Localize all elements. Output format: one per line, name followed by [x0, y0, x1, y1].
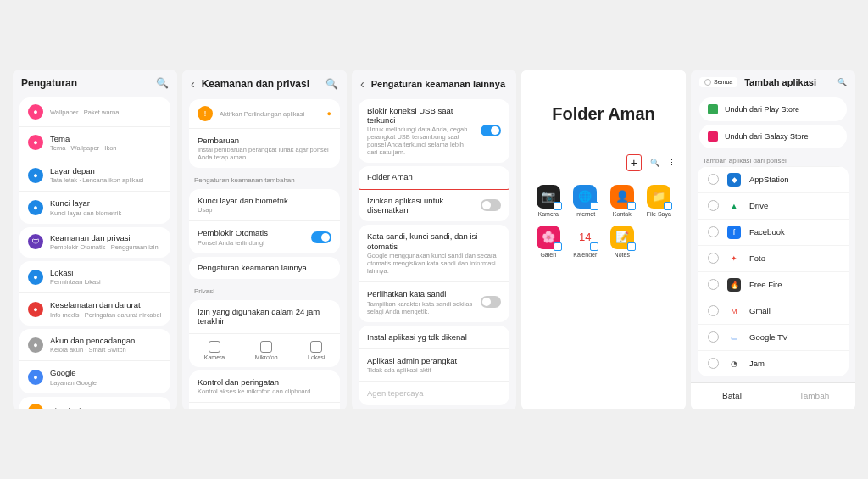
app-icon: ▲	[727, 199, 741, 213]
app-icon: ▭	[727, 331, 741, 344]
app-kamera[interactable]: 📷Kamera	[531, 185, 565, 217]
header: ‹ Keamanan dan privasi 🔍	[182, 70, 347, 96]
radio[interactable]	[708, 279, 719, 290]
account-icon: ●	[28, 337, 43, 353]
advanced-icon: ●	[28, 404, 43, 409]
section-label: Privasi	[182, 282, 347, 297]
radio[interactable]	[708, 358, 719, 369]
add-button[interactable]: Tambah	[773, 383, 855, 409]
row-permissions[interactable]: Izin yang digunakan dalam 24 jam terakhi…	[189, 300, 340, 333]
screen-secure-folder: Folder Aman + 🔍 ⋮ 📷Kamera🌐Internet👤Konta…	[521, 70, 686, 409]
app-icon: M	[727, 304, 741, 318]
list-row[interactable]: ●Fitur lanjutan	[19, 397, 170, 409]
app-list-item[interactable]: ◔Jam	[698, 350, 849, 376]
list-row[interactable]: ●Akun dan pencadanganKelola akun · Smart…	[19, 329, 170, 360]
radio[interactable]	[708, 200, 719, 211]
download-button[interactable]: Unduh dari Galaxy Store	[699, 125, 847, 148]
app-icon: ✦	[727, 252, 741, 265]
list-row[interactable]: Agen tepercaya	[359, 381, 509, 404]
list-row[interactable]: Kata sandi, kunci sandi, dan isi otomati…	[359, 225, 509, 281]
app-galeri[interactable]: 🌸Galeri	[531, 226, 565, 258]
page-title: Pengaturan	[21, 77, 149, 89]
list-row[interactable]: Instal aplikasi yg tdk dikenal	[359, 326, 509, 348]
cancel-button[interactable]: Batal	[691, 383, 773, 409]
screen-add-apps: Semua Tambah aplikasi 🔍 Unduh dari Play …	[691, 70, 855, 409]
radio[interactable]	[708, 226, 719, 237]
download-button[interactable]: Unduh dari Play Store	[699, 97, 847, 121]
app-list-item[interactable]: MGmail	[698, 298, 849, 324]
back-icon[interactable]: ‹	[360, 77, 364, 91]
add-icon[interactable]: +	[626, 154, 642, 171]
search-icon[interactable]: 🔍	[837, 78, 847, 86]
app-list-item[interactable]: ◆AppStation	[698, 166, 849, 192]
list-row[interactable]: Aplikasi admin perangkatTidak ada aplika…	[359, 348, 509, 381]
filter-all[interactable]: Semua	[699, 77, 737, 87]
app-list-item[interactable]: ✦Foto	[698, 245, 849, 271]
list-row[interactable]: Kunci layar dan biometrikUsap	[189, 189, 340, 220]
list-row[interactable]: Perlihatkan kata sandiTampilkan karakter…	[359, 281, 509, 321]
toggle[interactable]	[481, 199, 501, 211]
app-list-item[interactable]: fFacebook	[698, 219, 849, 245]
list-row[interactable]: Pemblokir OtomatisPonsel Anda terlindung…	[189, 220, 340, 253]
app-icon: f	[727, 226, 741, 239]
radio[interactable]	[708, 174, 719, 185]
row-app-protection[interactable]: ! Aktifkan Perlindungan aplikasi ●	[189, 99, 340, 128]
row-usb-block[interactable]: Blokir koneksi USB saat terkunciUntuk me…	[359, 99, 509, 164]
toggle[interactable]	[481, 296, 501, 308]
app-list-item[interactable]: ▭Google TV	[698, 324, 849, 350]
app-icon: 🌸	[537, 226, 560, 249]
list-row[interactable]: Kontrol dan peringatanKontrol akses ke m…	[189, 370, 340, 402]
quick-mikrofon[interactable]: Mikrofon	[255, 341, 278, 360]
header: ‹ Pengaturan keamanan lainnya	[352, 70, 516, 96]
page-title: Folder Aman	[521, 70, 686, 149]
app-icon: ◆	[727, 173, 741, 187]
search-icon[interactable]: 🔍	[156, 77, 169, 89]
list-row[interactable]: ●Wallpaper · Paket warna	[19, 97, 170, 126]
list-row[interactable]: ●LokasiPermintaan lokasi	[19, 261, 170, 292]
row-more-security[interactable]: Pengaturan keamanan lainnya	[189, 257, 340, 279]
toggle[interactable]	[481, 125, 501, 136]
row-updates[interactable]: PembaruanInstal pembaruan perangkat luna…	[189, 128, 340, 168]
more-icon[interactable]: ⋮	[668, 159, 676, 167]
warning-badge-icon: ●	[327, 109, 331, 118]
list-row[interactable]: ●Layar depanTata letak · Lencana ikon ap…	[19, 159, 170, 191]
app-kontak[interactable]: 👤Kontak	[605, 185, 639, 217]
list-row[interactable]: ●TemaTema · Wallpaper · Ikon	[19, 126, 170, 159]
search-icon[interactable]: 🔍	[326, 78, 338, 90]
row-secure-folder[interactable]: Folder Aman	[359, 166, 509, 189]
app-list-item[interactable]: ▲Drive	[698, 192, 849, 219]
app-notes[interactable]: 📝Notes	[605, 226, 639, 258]
radio[interactable]	[708, 331, 719, 343]
row-security-privacy[interactable]: 🛡 Keamanan dan privasi Pemblokir Otomati…	[19, 227, 170, 258]
list-row[interactable]: ●Keselamatan dan daruratInfo medis · Per…	[19, 292, 170, 325]
back-icon[interactable]: ‹	[191, 77, 195, 91]
section-label: Tambah aplikasi dari ponsel	[691, 152, 855, 166]
app-list-item[interactable]: 🔥Free Fire	[698, 271, 849, 298]
app-internet[interactable]: 🌐Internet	[569, 185, 603, 217]
screen-settings: Pengaturan 🔍 ●Wallpaper · Paket warna●Te…	[13, 70, 177, 409]
app-icon: 📝	[610, 226, 634, 249]
list-row[interactable]: ●GoogleLayanan Google	[19, 360, 170, 393]
quick-kamera[interactable]: Kamera	[204, 341, 225, 360]
list-row[interactable]: Izinkan aplikasi untuk disematkan	[359, 189, 509, 222]
list-row[interactable]: Pengaturan privasi lainnya	[189, 402, 340, 409]
radio[interactable]	[708, 305, 719, 316]
app-kalender[interactable]: 14Kalender	[569, 226, 603, 258]
section-label: Pengaturan keamanan tambahan	[182, 171, 347, 186]
app-file saya[interactable]: 📁File Saya	[643, 185, 676, 217]
search-icon[interactable]: 🔍	[650, 159, 659, 167]
app-icon: 🔥	[727, 278, 741, 292]
quick-lokasi[interactable]: Lokasi	[308, 341, 325, 360]
header: Pengaturan 🔍	[13, 70, 177, 94]
list-row[interactable]: ●Kunci layarKunci layar dan biometrik	[19, 191, 170, 223]
app-grid: 📷Kamera🌐Internet👤Kontak📁File Saya🌸Galeri…	[521, 176, 686, 266]
radio[interactable]	[708, 253, 719, 264]
bottom-tabs: Batal Tambah	[691, 382, 855, 409]
page-title: Tambah aplikasi	[744, 77, 831, 87]
toggle[interactable]	[311, 231, 331, 243]
store-icon	[708, 131, 718, 142]
phone-row: Pengaturan 🔍 ●Wallpaper · Paket warna●Te…	[3, 64, 865, 416]
emergency-icon: ●	[28, 302, 43, 317]
header: Semua Tambah aplikasi 🔍	[691, 70, 855, 94]
google-icon: ●	[28, 370, 43, 385]
